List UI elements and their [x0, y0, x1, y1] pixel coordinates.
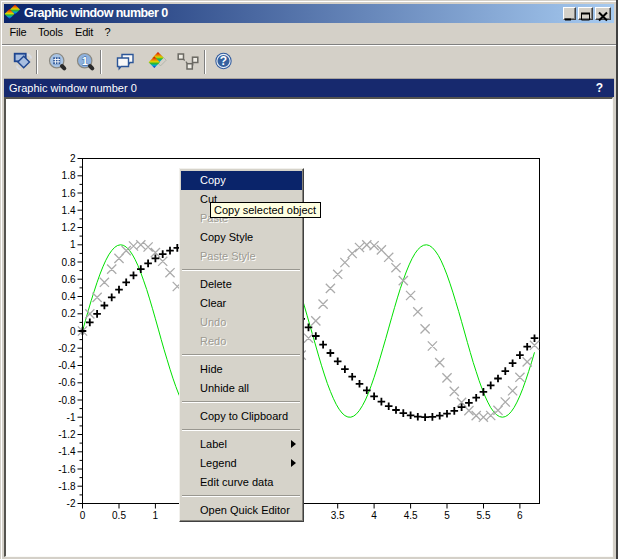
- svg-text:4: 4: [371, 510, 377, 521]
- svg-text:-1.2: -1.2: [58, 429, 76, 440]
- svg-text:0: 0: [80, 510, 86, 521]
- svg-text:5.5: 5.5: [477, 510, 491, 521]
- svg-text:3.5: 3.5: [331, 510, 345, 521]
- svg-text:0.8: 0.8: [62, 257, 76, 268]
- svg-text:-2: -2: [67, 498, 76, 509]
- svg-text:6: 6: [517, 510, 523, 521]
- svg-text:1.4: 1.4: [62, 205, 76, 216]
- svg-text:0.5: 0.5: [112, 510, 126, 521]
- svg-text:-1: -1: [67, 412, 76, 423]
- svg-text:1.8: 1.8: [62, 170, 76, 181]
- svg-text:-1.6: -1.6: [58, 464, 76, 475]
- svg-text:1.6: 1.6: [62, 188, 76, 199]
- svg-text:0.2: 0.2: [62, 308, 76, 319]
- svg-text:1: 1: [70, 239, 76, 250]
- svg-text:-1.4: -1.4: [58, 446, 76, 457]
- svg-text:4.5: 4.5: [404, 510, 418, 521]
- svg-text:-1.8: -1.8: [58, 481, 76, 492]
- svg-text:1.2: 1.2: [62, 222, 76, 233]
- svg-text:0.6: 0.6: [62, 274, 76, 285]
- svg-text:5: 5: [444, 510, 450, 521]
- svg-text:-0.8: -0.8: [58, 395, 76, 406]
- svg-text:2: 2: [70, 153, 76, 164]
- svg-text:-0.6: -0.6: [58, 377, 76, 388]
- svg-text:0.4: 0.4: [62, 291, 76, 302]
- svg-text:-0.4: -0.4: [58, 360, 76, 371]
- svg-text:-0.2: -0.2: [58, 343, 76, 354]
- svg-text:0: 0: [70, 326, 76, 337]
- svg-text:1: 1: [153, 510, 159, 521]
